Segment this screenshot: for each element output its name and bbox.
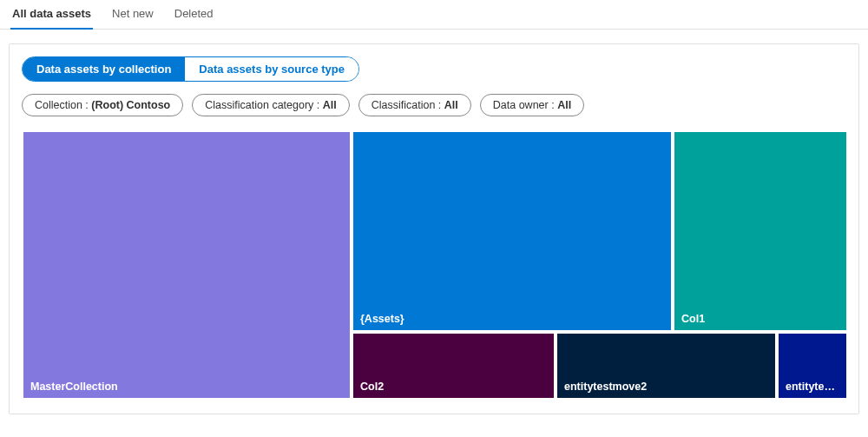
filter-label: Classification :	[372, 99, 444, 111]
filter-label: Data owner :	[493, 99, 557, 111]
filter-pill[interactable]: Classification : All	[358, 94, 471, 116]
treemap-tile[interactable]: MasterCollection	[22, 130, 352, 400]
tab-deleted[interactable]: Deleted	[173, 0, 215, 29]
treemap-tile[interactable]: Col2	[352, 332, 556, 400]
treemap-tile[interactable]: entitytestmov…	[777, 332, 848, 400]
treemap-tile-label: entitytestmov…	[786, 381, 839, 393]
treemap-tile-label: Col1	[681, 313, 705, 325]
filter-pill[interactable]: Collection : (Root) Contoso	[22, 94, 183, 116]
treemap-tile-label: {Assets}	[360, 313, 404, 325]
treemap-tile[interactable]: entitytestmove2	[556, 332, 777, 400]
treemap-tile-label: MasterCollection	[30, 381, 118, 393]
tab-all-data-assets[interactable]: All data assets	[10, 0, 93, 29]
tab-net-new[interactable]: Net new	[110, 0, 155, 29]
filter-value: All	[323, 99, 337, 111]
treemap-tile[interactable]: Col1	[673, 130, 848, 332]
filter-pill[interactable]: Classification category : All	[192, 94, 349, 116]
tabs-bar: All data assetsNet newDeleted	[0, 0, 868, 30]
filter-pills-row: Collection : (Root) ContosoClassificatio…	[22, 94, 846, 116]
groupby-option[interactable]: Data assets by source type	[185, 57, 358, 81]
filter-value: All	[557, 99, 571, 111]
chart-card: Data assets by collectionData assets by …	[9, 43, 859, 414]
treemap-chart: MasterCollection{Assets}Col1Col2entityte…	[22, 130, 848, 400]
filter-label: Collection :	[35, 99, 91, 111]
filter-value: All	[444, 99, 458, 111]
groupby-segmented: Data assets by collectionData assets by …	[22, 56, 359, 82]
filter-value: (Root) Contoso	[91, 99, 170, 111]
groupby-option[interactable]: Data assets by collection	[23, 57, 185, 81]
filter-pill[interactable]: Data owner : All	[480, 94, 584, 116]
filter-label: Classification category :	[205, 99, 322, 111]
treemap-tile-label: entitytestmove2	[564, 381, 647, 393]
treemap-tile-label: Col2	[360, 381, 384, 393]
treemap-tile[interactable]: {Assets}	[352, 130, 673, 332]
